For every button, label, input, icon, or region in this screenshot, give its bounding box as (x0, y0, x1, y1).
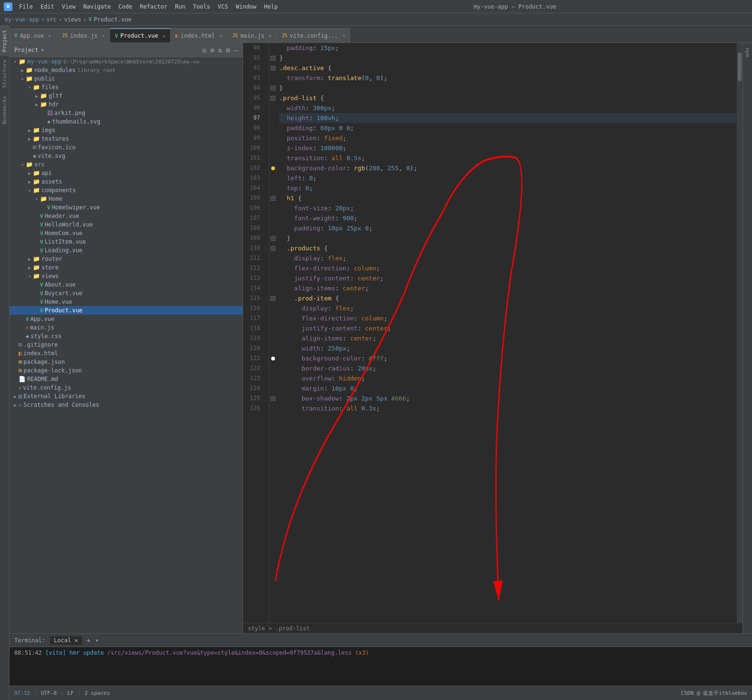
tree-index-html[interactable]: ▶ ◧ index.html (10, 349, 243, 358)
menu-file[interactable]: File (15, 2, 37, 11)
menu-run[interactable]: Run (171, 2, 189, 11)
scrollbar[interactable] (737, 43, 742, 623)
tree-components[interactable]: ▾ 📁 components (10, 186, 243, 195)
main-js-icon: ⚡ (26, 325, 29, 330)
tree-about[interactable]: ▶ V About.vue (10, 280, 243, 289)
tab-index-js-close[interactable]: ✕ (102, 33, 105, 38)
tree-main-js[interactable]: ▶ ⚡ main.js (10, 323, 243, 332)
tab-main-js[interactable]: JS main.js ✕ (227, 28, 277, 42)
fold-95[interactable]: - (271, 96, 275, 101)
scrollbar-thumb[interactable] (738, 52, 742, 81)
tree-homeswiper[interactable]: ▶ V HomeSwiper.vue (10, 203, 243, 212)
menu-navigate[interactable]: Navigate (80, 2, 115, 11)
tab-app-vue[interactable]: V App.vue ✕ (10, 28, 57, 42)
menu-code[interactable]: Code (115, 2, 136, 11)
tree-gitignore[interactable]: ▶ ⊡ .gitignore (10, 340, 243, 349)
tree-public[interactable]: ▾ 📁 public (10, 74, 243, 83)
tree-views[interactable]: ▾ 📁 views (10, 272, 243, 280)
tab-index-html-close[interactable]: ✕ (219, 33, 222, 38)
tab-index-js[interactable]: JS index.js ✕ (57, 28, 110, 42)
product-vue-label: Product.vue (45, 307, 82, 314)
fold-109[interactable]: - (271, 236, 275, 241)
tree-listitem[interactable]: ▶ V ListItem.vue (10, 237, 243, 246)
tree-header-vue[interactable]: ▶ V Header.vue (10, 212, 243, 220)
tree-api[interactable]: ▶ 📁 api (10, 169, 243, 177)
tree-vite-config[interactable]: ▶ ⚡ vite.config.js (10, 383, 243, 392)
tab-product-vue-close[interactable]: ✕ (163, 33, 165, 39)
tree-hdr[interactable]: ▶ 📁 hdr (10, 100, 243, 109)
fold-94[interactable]: - (271, 86, 275, 91)
fold-105[interactable]: - (271, 196, 275, 201)
tree-home-folder[interactable]: ▾ 📁 Home (10, 195, 243, 203)
menu-help[interactable]: Help (260, 2, 282, 11)
menu-window[interactable]: Window (232, 2, 260, 11)
gutter-114 (269, 283, 277, 293)
code-editor[interactable]: 90 91 92 93 94 95 96 97 98 99 100 101 (243, 43, 742, 623)
code-content[interactable]: padding: 15px; } .desc.active { (277, 43, 737, 623)
breakpoint-102[interactable] (271, 166, 275, 170)
tree-gltf[interactable]: ▶ 📁 gltf (10, 92, 243, 100)
tree-loading[interactable]: ▶ V Loading.vue (10, 246, 243, 255)
tab-vite-config[interactable]: JS vite.config... ✕ (277, 28, 350, 42)
breadcrumb-file[interactable]: Product.vue (93, 16, 131, 23)
sort-icon[interactable]: ⇅ (218, 46, 222, 54)
tree-src[interactable]: ▾ 📁 src (10, 160, 243, 169)
tree-homecom[interactable]: ▶ V HomeCom.vue (10, 229, 243, 237)
tree-router[interactable]: ▶ 📁 router (10, 255, 243, 263)
tree-package-lock[interactable]: ▶ ⊞ package-lock.json (10, 366, 243, 375)
fold-91[interactable]: - (271, 56, 275, 61)
tab-index-html[interactable]: ◧ index.html ✕ (171, 28, 227, 42)
structure-tab[interactable]: Structure (0, 56, 9, 92)
menu-vcs[interactable]: VCS (214, 2, 232, 11)
tab-product-vue[interactable]: V Product.vue ✕ (110, 28, 171, 42)
menu-edit[interactable]: Edit (37, 2, 58, 11)
locate-icon[interactable]: ◎ (203, 46, 206, 54)
menu-tools[interactable]: Tools (189, 2, 214, 11)
bookmarks-tab[interactable]: Bookmarks (0, 92, 9, 128)
tree-arkit[interactable]: ▶ 🖼 arkit.png (10, 109, 243, 117)
tree-readme[interactable]: ▶ 📄 README.md (10, 375, 243, 383)
tree-assets[interactable]: ▶ 📁 assets (10, 177, 243, 186)
fold-115[interactable]: - (271, 296, 275, 301)
fold-125[interactable]: - (271, 396, 275, 401)
tree-scratches[interactable]: ▶ ✏ Scratches and Consoles (10, 401, 243, 409)
tree-package-json[interactable]: ▶ ⊞ package.json (10, 358, 243, 366)
tree-helloworld[interactable]: ▶ V HelloWorld.vue (10, 220, 243, 229)
terminal-add-tab[interactable]: + (87, 637, 91, 644)
tree-style-css[interactable]: ▶ ◈ style.css (10, 332, 243, 340)
tab-app-vue-close[interactable]: ✕ (48, 33, 51, 38)
tree-node-modules[interactable]: ▶ 📁 node_modules library root (10, 66, 243, 74)
tree-external-libs[interactable]: ▶ ▤ External Libraries (10, 392, 243, 401)
tree-buycart[interactable]: ▶ V Buycart.vue (10, 289, 243, 298)
tree-files[interactable]: ▾ 📁 files (10, 83, 243, 92)
dropdown-icon[interactable]: ▾ (41, 47, 44, 53)
tree-vite-svg[interactable]: ▶ ◈ vite.svg (10, 152, 243, 160)
menu-view[interactable]: View (58, 2, 80, 11)
terminal-local-tab[interactable]: Local ✕ (50, 636, 82, 645)
breadcrumb-app[interactable]: my-vue-app (5, 16, 39, 23)
fold-92[interactable]: - (271, 66, 275, 71)
settings-icon[interactable]: ⚙ (226, 46, 230, 54)
minimize-icon[interactable]: — (234, 46, 238, 54)
breadcrumb-src[interactable]: src (46, 16, 57, 23)
right-npm-tab[interactable]: npm (743, 43, 752, 62)
bookmark-121[interactable] (271, 357, 275, 360)
tree-favicon[interactable]: ▶ ⊡ favicon.ico (10, 143, 243, 152)
terminal-dropdown[interactable]: ▾ (95, 637, 99, 644)
project-panel-tab[interactable]: Project (0, 26, 9, 56)
tree-thumbnails[interactable]: ▶ ◈ thumbnails.svg (10, 117, 243, 126)
tree-imgs[interactable]: ▶ 📁 imgs (10, 126, 243, 134)
tab-vite-close[interactable]: ✕ (342, 33, 345, 38)
tab-main-js-close[interactable]: ✕ (269, 33, 272, 38)
tree-app-vue[interactable]: ▶ V App.vue (10, 315, 243, 323)
tree-store[interactable]: ▶ 📁 store (10, 263, 243, 272)
code-line-105: h1 { (279, 193, 737, 203)
breadcrumb-views[interactable]: views (64, 16, 81, 23)
tree-root[interactable]: ▾ 📁 my-vue-app D:\ProgramWorkSpace\WebSt… (10, 57, 243, 66)
collapse-icon[interactable]: ≡ (210, 46, 214, 54)
tree-home-vue[interactable]: ▶ V Home.vue (10, 298, 243, 306)
fold-110[interactable]: - (271, 246, 275, 251)
tree-textures[interactable]: ▶ 📁 textures (10, 134, 243, 143)
tree-product-vue[interactable]: ▶ V Product.vue (10, 306, 243, 315)
menu-refactor[interactable]: Refactor (136, 2, 171, 11)
